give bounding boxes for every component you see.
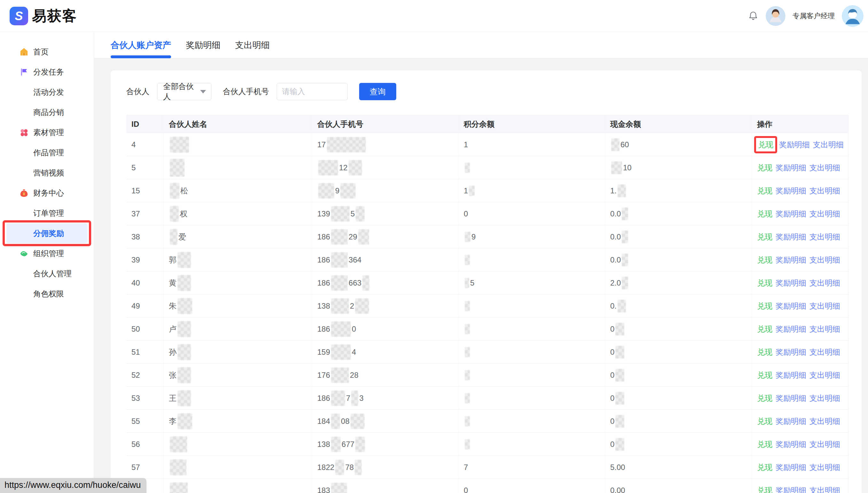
sidebar-item-label: 素材管理 xyxy=(33,127,64,138)
action-link-支出明细[interactable]: 支出明细 xyxy=(809,393,840,403)
redacted-blur xyxy=(178,321,191,337)
redacted-blur xyxy=(355,298,369,314)
action-link-支出明细[interactable]: 支出明细 xyxy=(809,163,840,173)
cell-text-fragment: 0 xyxy=(610,417,614,426)
sidebar-item-分发任务[interactable]: 分发任务 xyxy=(6,62,87,82)
cell-partner-name: 孙 xyxy=(164,341,312,363)
action-link-奖励明细[interactable]: 奖励明细 xyxy=(776,462,806,472)
sidebar-item-财务中心[interactable]: ¥财务中心 xyxy=(6,183,87,203)
cell-text-fragment: 139 xyxy=(317,209,330,218)
sidebar-item-角色权限[interactable]: 角色权限 xyxy=(6,284,87,304)
action-link-兑现[interactable]: 兑现 xyxy=(757,163,772,173)
action-link-奖励明细[interactable]: 奖励明细 xyxy=(776,370,806,380)
sidebar-item-订单管理[interactable]: 订单管理 xyxy=(6,203,87,223)
action-link-支出明细[interactable]: 支出明细 xyxy=(809,301,840,311)
brand: S 易获客 xyxy=(9,6,77,26)
cell-text-fragment: 0 xyxy=(610,440,614,449)
action-link-支出明细[interactable]: 支出明细 xyxy=(809,255,840,265)
user-avatar[interactable] xyxy=(842,5,864,27)
action-link-兑现[interactable]: 兑现 xyxy=(757,209,772,219)
cell-actions: 兑现奖励明细支出明细 xyxy=(752,318,848,340)
action-link-兑现[interactable]: 兑现 xyxy=(757,393,772,403)
action-link-兑现[interactable]: 兑现 xyxy=(757,462,772,472)
action-link-兑现[interactable]: 兑现 xyxy=(757,324,772,334)
sidebar-item-分佣奖励[interactable]: 分佣奖励 xyxy=(6,223,87,243)
action-link-支出明细[interactable]: 支出明细 xyxy=(809,347,840,357)
cell-text-fragment: 2 xyxy=(350,302,354,310)
action-link-支出明细[interactable]: 支出明细 xyxy=(809,186,840,196)
table-row: 18300.00兑现奖励明细支出明细 xyxy=(126,479,848,493)
cell-text-fragment: 1 xyxy=(464,140,468,149)
cell-text-fragment: 60 xyxy=(620,140,629,149)
cell-text-fragment: 4 xyxy=(352,348,356,357)
phone-input[interactable] xyxy=(277,83,348,100)
tab-合伙人账户资产[interactable]: 合伙人账户资产 xyxy=(111,32,171,58)
finance-icon: ¥ xyxy=(19,188,29,198)
sidebar-item-label: 营销视频 xyxy=(33,168,64,178)
notification-bell-icon[interactable] xyxy=(748,10,759,21)
cell-text-fragment: 李 xyxy=(169,416,177,426)
action-link-支出明细[interactable]: 支出明细 xyxy=(813,140,844,150)
cell-actions: 兑现奖励明细支出明细 xyxy=(752,272,848,294)
manager-avatar[interactable] xyxy=(766,6,785,26)
action-link-奖励明细[interactable]: 奖励明细 xyxy=(776,485,806,493)
search-button[interactable]: 查询 xyxy=(359,83,396,100)
action-link-支出明细[interactable]: 支出明细 xyxy=(809,416,840,426)
sidebar-item-首页[interactable]: 首页 xyxy=(6,42,87,62)
table-row: 5718227875.00兑现奖励明细支出明细 xyxy=(126,456,848,479)
action-link-奖励明细[interactable]: 奖励明细 xyxy=(776,186,806,196)
action-link-兑现[interactable]: 兑现 xyxy=(757,485,772,493)
action-link-兑现[interactable]: 兑现 xyxy=(757,416,772,426)
action-link-奖励明细[interactable]: 奖励明细 xyxy=(776,324,806,334)
sidebar-item-label: 商品分销 xyxy=(33,107,64,117)
action-link-奖励明细[interactable]: 奖励明细 xyxy=(776,416,806,426)
action-link-兑现[interactable]: 兑现 xyxy=(757,232,772,242)
action-link-支出明细[interactable]: 支出明细 xyxy=(809,324,840,334)
sidebar-item-营销视频[interactable]: 营销视频 xyxy=(6,163,87,183)
action-link-支出明细[interactable]: 支出明细 xyxy=(809,485,840,493)
sidebar-item-商品分销[interactable]: 商品分销 xyxy=(6,102,87,122)
sidebar-item-作品管理[interactable]: 作品管理 xyxy=(6,143,87,163)
action-link-兑现[interactable]: 兑现 xyxy=(758,140,773,150)
column-header-积分余额: 积分余额 xyxy=(459,115,605,133)
action-link-奖励明细[interactable]: 奖励明细 xyxy=(776,163,806,173)
action-link-支出明细[interactable]: 支出明细 xyxy=(809,370,840,380)
cell-text-fragment: 364 xyxy=(349,255,361,264)
action-link-奖励明细[interactable]: 奖励明细 xyxy=(776,347,806,357)
action-link-兑现[interactable]: 兑现 xyxy=(757,255,772,265)
tab-奖励明细[interactable]: 奖励明细 xyxy=(186,32,220,58)
tab-支出明细[interactable]: 支出明细 xyxy=(235,32,270,58)
sidebar-item-组织管理[interactable]: 组织管理 xyxy=(6,243,87,263)
cell-text-fragment: 186 xyxy=(317,232,330,241)
action-link-支出明细[interactable]: 支出明细 xyxy=(809,232,840,242)
action-link-奖励明细[interactable]: 奖励明细 xyxy=(776,232,806,242)
action-link-奖励明细[interactable]: 奖励明细 xyxy=(776,209,806,219)
action-link-奖励明细[interactable]: 奖励明细 xyxy=(776,278,806,288)
action-link-兑现[interactable]: 兑现 xyxy=(757,347,772,357)
action-link-奖励明细[interactable]: 奖励明细 xyxy=(776,301,806,311)
action-link-兑现[interactable]: 兑现 xyxy=(757,186,772,196)
cell-cash-balance: 0 xyxy=(605,410,752,432)
action-link-奖励明细[interactable]: 奖励明细 xyxy=(779,140,810,150)
action-link-支出明细[interactable]: 支出明细 xyxy=(809,278,840,288)
sidebar-item-合伙人管理[interactable]: 合伙人管理 xyxy=(6,263,87,284)
sidebar-item-活动分发[interactable]: 活动分发 xyxy=(6,82,87,102)
redacted-blur xyxy=(622,277,628,290)
sidebar-item-素材管理[interactable]: 素材管理 xyxy=(6,122,87,143)
action-link-支出明细[interactable]: 支出明细 xyxy=(809,209,840,219)
partner-select[interactable]: 全部合伙人 xyxy=(157,83,211,100)
action-link-兑现[interactable]: 兑现 xyxy=(757,301,772,311)
action-link-兑现[interactable]: 兑现 xyxy=(757,278,772,288)
cell-text-fragment: 朱 xyxy=(169,301,177,311)
cell-partner-phone: 1594 xyxy=(312,341,459,363)
action-link-兑现[interactable]: 兑现 xyxy=(757,439,772,449)
action-link-奖励明细[interactable]: 奖励明细 xyxy=(776,255,806,265)
action-link-支出明细[interactable]: 支出明细 xyxy=(809,462,840,472)
action-link-兑现[interactable]: 兑现 xyxy=(757,370,772,380)
action-link-奖励明细[interactable]: 奖励明细 xyxy=(776,439,806,449)
cell-cash-balance: 60 xyxy=(605,133,752,156)
cell-partner-phone: 17 xyxy=(312,133,459,156)
action-link-支出明细[interactable]: 支出明细 xyxy=(809,439,840,449)
action-link-奖励明细[interactable]: 奖励明细 xyxy=(776,393,806,403)
sidebar-item-label: 分佣奖励 xyxy=(33,228,64,238)
